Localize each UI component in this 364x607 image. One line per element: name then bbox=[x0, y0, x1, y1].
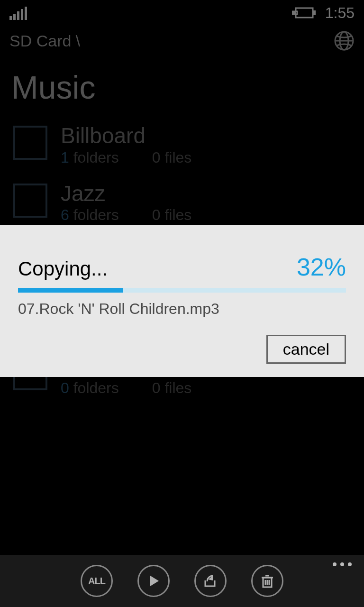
svg-marker-12 bbox=[150, 576, 159, 586]
progress-percent: 32% bbox=[297, 253, 346, 281]
copy-progress-dialog: Copying... 32% 07.Rock 'N' Roll Children… bbox=[0, 225, 364, 377]
current-file-label: 07.Rock 'N' Roll Children.mp3 bbox=[18, 300, 346, 318]
share-button[interactable] bbox=[194, 565, 227, 597]
more-button[interactable] bbox=[333, 562, 352, 566]
app-bar: ALL bbox=[0, 555, 364, 607]
progress-fill bbox=[18, 288, 123, 293]
select-all-button[interactable]: ALL bbox=[81, 565, 113, 597]
progress-bar bbox=[18, 288, 346, 293]
cancel-button[interactable]: cancel bbox=[266, 335, 346, 364]
play-button[interactable] bbox=[137, 565, 170, 597]
dialog-title: Copying... bbox=[18, 258, 108, 280]
delete-button[interactable] bbox=[251, 565, 283, 597]
